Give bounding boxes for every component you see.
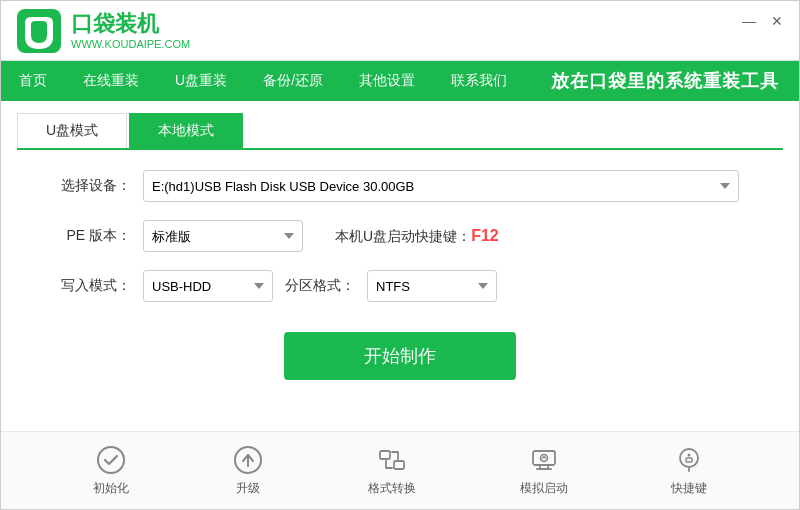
device-row: 选择设备： E:(hd1)USB Flash Disk USB Device 3… <box>61 170 739 202</box>
nav-item-home[interactable]: 首页 <box>1 61 65 101</box>
shortcut-key: F12 <box>471 227 499 244</box>
keyboard-icon <box>673 444 705 476</box>
partition-select[interactable]: NTFS <box>367 270 497 302</box>
pe-select[interactable]: 标准版 <box>143 220 303 252</box>
shortcut-info: 本机U盘启动快捷键：F12 <box>335 227 499 246</box>
svg-rect-5 <box>394 461 404 469</box>
app-title: 口袋装机 <box>71 11 190 37</box>
close-button[interactable]: ✕ <box>767 11 787 31</box>
start-button-area: 开始制作 <box>1 322 799 388</box>
nav-item-online-reinstall[interactable]: 在线重装 <box>65 61 157 101</box>
write-mode-select[interactable]: USB-HDD <box>143 270 273 302</box>
tab-bar: U盘模式 本地模式 <box>17 113 783 150</box>
nav-bar: 首页 在线重装 U盘重装 备份/还原 其他设置 联系我们 放在口袋里的系统重装工… <box>1 61 799 101</box>
device-select[interactable]: E:(hd1)USB Flash Disk USB Device 30.00GB <box>143 170 739 202</box>
tool-shortcut-label: 快捷键 <box>671 480 707 497</box>
svg-rect-4 <box>380 451 390 459</box>
window-controls: — ✕ <box>739 11 787 31</box>
write-partition-row: 写入模式： USB-HDD 分区格式： NTFS <box>61 270 739 302</box>
logo-text: 口袋装机 WWW.KOUDAIPE.COM <box>71 11 190 49</box>
nav-item-backup-restore[interactable]: 备份/还原 <box>245 61 341 101</box>
tab-local-mode[interactable]: 本地模式 <box>129 113 243 148</box>
title-bar: 口袋装机 WWW.KOUDAIPE.COM — ✕ <box>1 1 799 61</box>
tool-upgrade[interactable]: 升级 <box>220 440 276 501</box>
check-circle-icon <box>95 444 127 476</box>
nav-item-other-settings[interactable]: 其他设置 <box>341 61 433 101</box>
nav-items: 首页 在线重装 U盘重装 备份/还原 其他设置 联系我们 <box>1 61 525 101</box>
nav-item-contact-us[interactable]: 联系我们 <box>433 61 525 101</box>
shortcut-prefix: 本机U盘启动快捷键： <box>335 228 471 244</box>
tool-upgrade-label: 升级 <box>236 480 260 497</box>
svg-point-13 <box>688 454 691 457</box>
svg-rect-14 <box>686 458 692 462</box>
svg-rect-6 <box>533 451 555 465</box>
pe-row: PE 版本： 标准版 本机U盘启动快捷键：F12 <box>61 220 739 252</box>
start-button[interactable]: 开始制作 <box>284 332 516 380</box>
tool-shortcut[interactable]: 快捷键 <box>659 440 719 501</box>
upload-icon <box>232 444 264 476</box>
simulate-boot-icon <box>528 444 560 476</box>
minimize-button[interactable]: — <box>739 11 759 31</box>
tool-simulate-boot[interactable]: 模拟启动 <box>508 440 580 501</box>
logo-area: 口袋装机 WWW.KOUDAIPE.COM <box>17 9 190 53</box>
bottom-toolbar: 初始化 升级 <box>1 431 799 509</box>
tool-init-label: 初始化 <box>93 480 129 497</box>
tab-usb-mode[interactable]: U盘模式 <box>17 113 127 148</box>
main-window: 口袋装机 WWW.KOUDAIPE.COM — ✕ 首页 在线重装 U盘重装 备… <box>0 0 800 510</box>
partition-label: 分区格式： <box>285 277 355 295</box>
app-url: WWW.KOUDAIPE.COM <box>71 38 190 50</box>
nav-item-usb-reinstall[interactable]: U盘重装 <box>157 61 245 101</box>
write-mode-label: 写入模式： <box>61 277 131 295</box>
nav-slogan: 放在口袋里的系统重装工具 <box>551 69 799 93</box>
main-content: U盘模式 本地模式 选择设备： E:(hd1)USB Flash Disk US… <box>1 101 799 509</box>
svg-point-10 <box>540 455 547 462</box>
device-label: 选择设备： <box>61 177 131 195</box>
format-convert-icon <box>376 444 408 476</box>
tool-format-convert-label: 格式转换 <box>368 480 416 497</box>
tool-simulate-boot-label: 模拟启动 <box>520 480 568 497</box>
logo-icon <box>17 9 61 53</box>
tool-init[interactable]: 初始化 <box>81 440 141 501</box>
svg-point-1 <box>98 447 124 473</box>
form-area: 选择设备： E:(hd1)USB Flash Disk USB Device 3… <box>1 150 799 322</box>
tool-format-convert[interactable]: 格式转换 <box>356 440 428 501</box>
pe-label: PE 版本： <box>61 227 131 245</box>
